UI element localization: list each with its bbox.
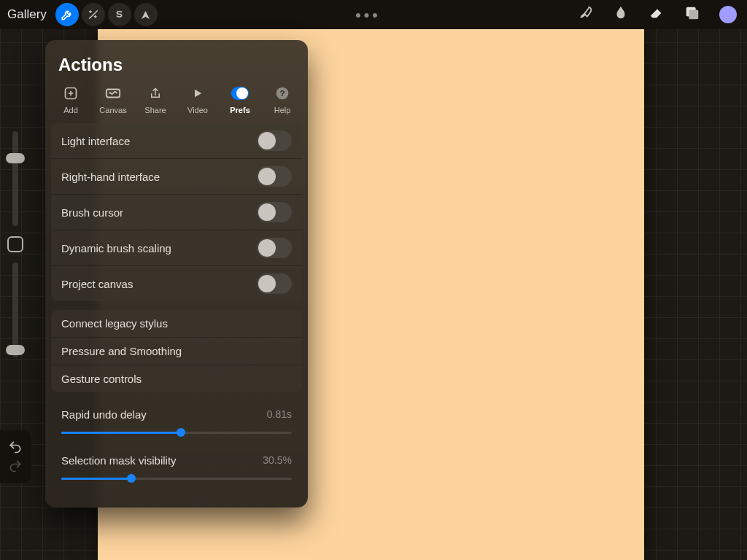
pref-toggle-label: Right-hand interface <box>61 171 160 183</box>
side-rail <box>0 131 31 357</box>
tab-video[interactable]: Video <box>178 85 217 114</box>
brush-size-thumb[interactable] <box>6 153 25 163</box>
pref-link-label: Pressure and Smoothing <box>61 345 182 357</box>
modify-button[interactable] <box>7 236 23 252</box>
tab-label: Prefs <box>230 106 250 114</box>
tab-share[interactable]: Share <box>136 85 175 114</box>
pref-slider-row: Rapid undo delay0.81s <box>51 401 302 443</box>
pref-toggle-row[interactable]: Light interface <box>51 123 302 158</box>
layers-icon[interactable] <box>684 5 700 24</box>
actions-tab-row: Add Canvas Share Video Prefs ? Help <box>45 79 308 122</box>
svg-text:?: ? <box>279 88 285 98</box>
slider-label: Rapid undo delay <box>61 408 147 421</box>
tab-label: Help <box>274 106 291 114</box>
prefs-toggle-icon <box>231 87 249 100</box>
pref-link-row[interactable]: Pressure and Smoothing <box>51 337 302 365</box>
slider-knob[interactable] <box>177 428 185 437</box>
prefs-slider-group: Rapid undo delay0.81sSelection mask visi… <box>51 401 302 489</box>
slider-track[interactable] <box>61 425 292 440</box>
redo-button <box>6 456 25 475</box>
gallery-button[interactable]: Gallery <box>4 7 53 22</box>
pref-toggle-row[interactable]: Brush cursor <box>51 194 302 230</box>
pref-toggle-label: Light interface <box>61 135 130 147</box>
slider-value: 0.81s <box>267 408 292 421</box>
popover-title: Actions <box>45 40 308 79</box>
switch[interactable] <box>257 166 292 187</box>
pref-toggle-row[interactable]: Right-hand interface <box>51 158 302 194</box>
prefs-toggle-group: Light interfaceRight-hand interfaceBrush… <box>51 123 302 301</box>
pref-toggle-row[interactable]: Dynamic brush scaling <box>51 230 302 265</box>
svg-rect-1 <box>689 9 698 19</box>
adjustments-wand-icon[interactable] <box>82 3 105 26</box>
switch[interactable] <box>257 238 292 258</box>
tab-label: Share <box>144 106 166 114</box>
modify-dots-icon[interactable]: ●●● <box>355 9 380 20</box>
brush-opacity-thumb[interactable] <box>6 345 25 355</box>
pref-toggle-label: Project canvas <box>61 278 133 290</box>
switch[interactable] <box>257 273 292 294</box>
slider-value: 30.5% <box>263 454 292 467</box>
tab-add[interactable]: Add <box>51 85 90 114</box>
tab-label: Canvas <box>99 106 126 114</box>
selection-s-icon[interactable] <box>108 3 131 26</box>
pref-toggle-label: Dynamic brush scaling <box>61 242 171 254</box>
smudge-tool-icon[interactable] <box>613 5 629 24</box>
actions-popover: Actions Add Canvas Share Video Prefs ? H… <box>45 40 308 508</box>
brush-size-slider[interactable] <box>12 131 18 226</box>
tab-prefs[interactable]: Prefs <box>220 85 260 114</box>
switch[interactable] <box>257 202 292 222</box>
switch[interactable] <box>257 131 292 151</box>
slider-label: Selection mask visibility <box>61 454 177 467</box>
slider-track[interactable] <box>61 471 292 486</box>
brush-opacity-slider[interactable] <box>12 262 18 357</box>
tab-help[interactable]: ? Help <box>263 85 302 114</box>
pref-slider-row: Selection mask visibility30.5% <box>51 447 302 489</box>
color-swatch[interactable] <box>719 6 737 23</box>
transform-arrow-icon[interactable] <box>134 3 158 26</box>
pref-toggle-label: Brush cursor <box>61 206 123 219</box>
prefs-link-group: Connect legacy stylusPressure and Smooth… <box>51 310 302 392</box>
tab-canvas[interactable]: Canvas <box>93 85 133 114</box>
pref-link-label: Gesture controls <box>61 373 142 385</box>
undo-redo-panel <box>0 430 31 483</box>
pref-link-row[interactable]: Connect legacy stylus <box>51 310 302 337</box>
undo-button[interactable] <box>6 438 25 456</box>
brush-tool-icon[interactable] <box>578 5 594 24</box>
eraser-tool-icon[interactable] <box>648 5 665 24</box>
pref-link-row[interactable]: Gesture controls <box>51 365 302 392</box>
tab-label: Video <box>187 106 208 114</box>
slider-knob[interactable] <box>127 474 136 483</box>
actions-wrench-icon[interactable] <box>55 3 79 26</box>
pref-toggle-row[interactable]: Project canvas <box>51 265 302 301</box>
top-toolbar: Gallery ●●● <box>0 0 747 29</box>
tab-label: Add <box>63 106 78 114</box>
pref-link-label: Connect legacy stylus <box>61 317 168 330</box>
